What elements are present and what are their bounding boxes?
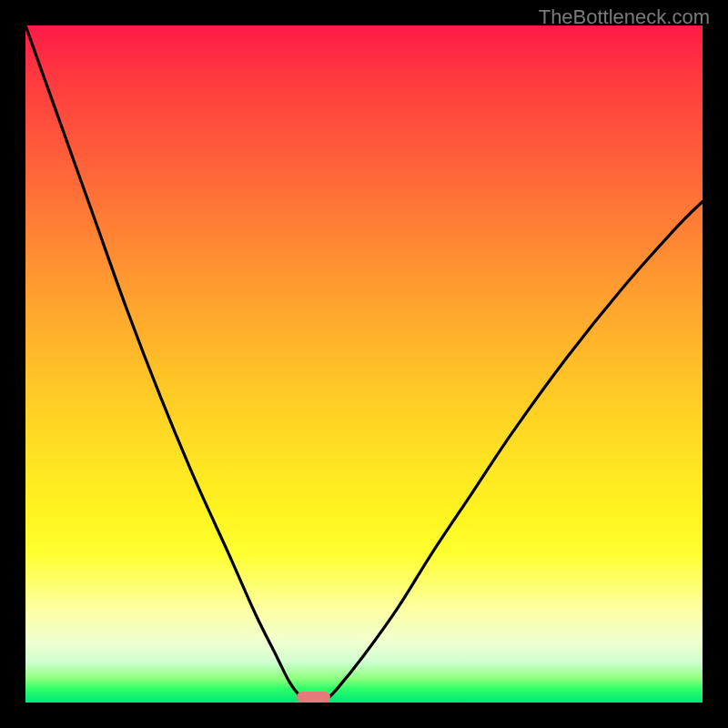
- chart-curves: [25, 25, 703, 703]
- baseline-marker: [297, 692, 330, 703]
- plot-area: [25, 25, 703, 703]
- right-curve: [323, 201, 703, 703]
- watermark-label: TheBottleneck.com: [539, 5, 710, 29]
- left-curve: [25, 25, 309, 703]
